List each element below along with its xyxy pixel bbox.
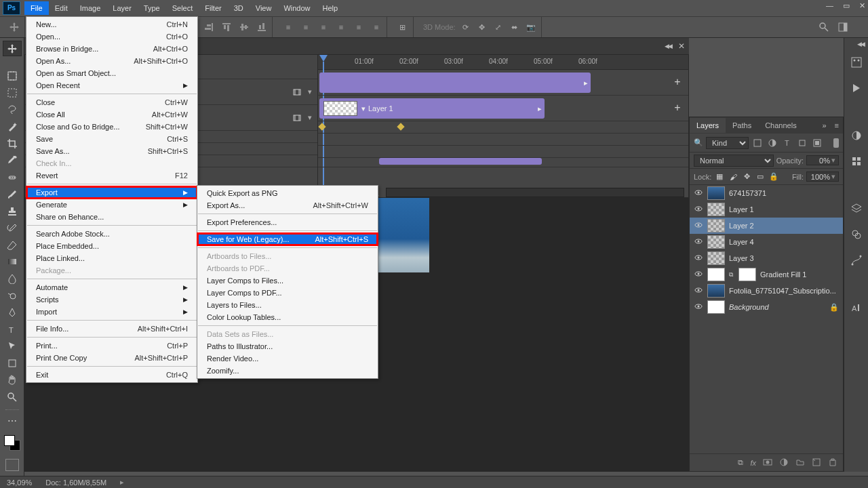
- layer-row[interactable]: Background🔒: [690, 299, 843, 315]
- menu-item[interactable]: Print...Ctrl+P: [26, 340, 197, 352]
- mask-icon[interactable]: [763, 458, 772, 468]
- menu-item[interactable]: Import▶: [26, 306, 197, 318]
- menu-item[interactable]: Share on Behance...: [26, 211, 197, 223]
- menu-item[interactable]: Layers to Files...: [197, 299, 378, 311]
- close-icon[interactable]: ✕: [859, 1, 865, 10]
- paths-panel-icon[interactable]: [848, 252, 865, 268]
- menu-item[interactable]: Export Preferences...: [197, 216, 378, 228]
- menu-item[interactable]: Scripts▶: [26, 293, 197, 306]
- actions-panel-icon[interactable]: [848, 80, 865, 96]
- menu-image[interactable]: Image: [74, 1, 107, 15]
- maximize-icon[interactable]: ▭: [843, 1, 850, 10]
- blend-mode-select[interactable]: Normal: [694, 155, 774, 167]
- edit-toolbar[interactable]: ⋯: [3, 413, 22, 428]
- minimize-icon[interactable]: —: [826, 1, 833, 10]
- collapse-icon[interactable]: ◀◀: [665, 43, 671, 49]
- filter-pixel-icon[interactable]: [751, 137, 764, 149]
- quick-mask-icon[interactable]: [5, 459, 19, 470]
- dist-hcenter-icon[interactable]: ≡: [353, 21, 365, 33]
- dist-right-icon[interactable]: ≡: [370, 21, 382, 33]
- adjustments-panel-icon[interactable]: [848, 127, 865, 144]
- slide-icon[interactable]: ⬌: [509, 21, 521, 33]
- hand-tool[interactable]: [3, 373, 22, 388]
- artboard-tool[interactable]: [3, 68, 22, 84]
- menu-item[interactable]: Close and Go to Bridge...Shift+Ctrl+W: [26, 121, 197, 133]
- menu-item[interactable]: Layer Comps to PDF...: [197, 287, 378, 299]
- lock-pos-icon[interactable]: ✥: [741, 171, 752, 182]
- audio-clip[interactable]: [379, 158, 542, 165]
- lasso-tool[interactable]: [3, 102, 22, 117]
- menu-item[interactable]: SaveCtrl+S: [26, 133, 197, 145]
- panel-menu-icon[interactable]: ≡: [831, 121, 843, 129]
- camera-icon[interactable]: 📷: [525, 21, 537, 33]
- color-swatches[interactable]: [4, 435, 20, 451]
- panel-expand-icon[interactable]: »: [818, 121, 830, 129]
- workspace-icon[interactable]: [837, 21, 849, 33]
- group-icon[interactable]: [795, 458, 805, 468]
- align-bottom-icon[interactable]: [256, 21, 268, 33]
- tab-channels[interactable]: Channels: [758, 118, 803, 133]
- menu-item[interactable]: Open As...Alt+Shift+Ctrl+O: [26, 55, 197, 67]
- menu-item[interactable]: Zoomify...: [197, 365, 378, 377]
- zoom-tool[interactable]: [3, 390, 22, 405]
- eraser-tool[interactable]: [3, 237, 22, 253]
- fx-icon[interactable]: fx: [750, 459, 756, 467]
- menu-item[interactable]: New...Ctrl+N: [26, 18, 197, 30]
- add-media-icon[interactable]: +: [671, 75, 684, 89]
- visibility-icon[interactable]: [694, 221, 703, 230]
- stamp-tool[interactable]: [3, 203, 22, 219]
- visibility-icon[interactable]: [694, 205, 703, 214]
- tab-paths[interactable]: Paths: [726, 118, 758, 133]
- link-layers-icon[interactable]: ⧉: [738, 458, 743, 467]
- fill-input[interactable]: ▾: [806, 171, 839, 182]
- visibility-icon[interactable]: [694, 253, 703, 263]
- lock-image-icon[interactable]: 🖌: [728, 171, 738, 182]
- menu-item[interactable]: Place Embedded...: [26, 240, 197, 252]
- visibility-icon[interactable]: [694, 270, 703, 279]
- layer-row[interactable]: Layer 2: [690, 218, 843, 234]
- dist-vcenter-icon[interactable]: ≡: [300, 21, 312, 33]
- lock-nest-icon[interactable]: ▭: [755, 171, 766, 182]
- menu-item[interactable]: Save for Web (Legacy)...Alt+Shift+Ctrl+S: [197, 233, 378, 245]
- menu-type[interactable]: Type: [138, 1, 166, 15]
- adjustment-icon[interactable]: [779, 458, 789, 468]
- zoom-level[interactable]: 34,09%: [7, 479, 32, 487]
- layer-row[interactable]: Layer 4: [690, 234, 843, 250]
- track-film-icon[interactable]: [290, 111, 304, 125]
- video-clip-layer1[interactable]: ▾Layer 1 ▸: [319, 98, 545, 119]
- menu-item[interactable]: Open...Ctrl+O: [26, 30, 197, 43]
- tab-layers[interactable]: Layers: [690, 118, 726, 133]
- menu-item[interactable]: Print One CopyAlt+Shift+Ctrl+P: [26, 352, 197, 364]
- channels-panel-icon[interactable]: [848, 226, 865, 243]
- menu-help[interactable]: Help: [317, 1, 344, 15]
- lock-trans-icon[interactable]: ▦: [714, 171, 725, 182]
- filter-adjust-icon[interactable]: [766, 137, 778, 149]
- menu-view[interactable]: View: [250, 1, 278, 15]
- menu-item[interactable]: Color Lookup Tables...: [197, 311, 378, 323]
- pan-icon[interactable]: ✥: [476, 21, 488, 33]
- menu-filter[interactable]: Filter: [199, 1, 227, 15]
- menu-item[interactable]: Open as Smart Object...: [26, 67, 197, 79]
- path-select-tool[interactable]: [3, 339, 22, 354]
- dist-top-icon[interactable]: ≡: [282, 21, 294, 33]
- type-tool[interactable]: T: [3, 322, 22, 338]
- layer-row[interactable]: ⧉Gradient Fill 1: [690, 266, 843, 283]
- dodge-tool[interactable]: [3, 288, 22, 304]
- align-vcenter-icon[interactable]: [238, 21, 250, 33]
- heal-tool[interactable]: [3, 169, 22, 185]
- menu-item[interactable]: Save As...Shift+Ctrl+S: [26, 145, 197, 157]
- video-clip[interactable]: ▸: [319, 73, 591, 93]
- menu-select[interactable]: Select: [166, 1, 199, 15]
- menu-item[interactable]: Export▶: [26, 186, 197, 199]
- timeline-ruler[interactable]: 01:00f02:00f03:00f04:00f05:00f06:00f: [318, 55, 688, 70]
- menu-item[interactable]: File Info...Alt+Shift+Ctrl+I: [26, 323, 197, 335]
- marquee-tool[interactable]: [3, 85, 22, 100]
- opacity-input[interactable]: ▾: [806, 155, 839, 165]
- close-panel-icon[interactable]: ✕: [678, 41, 685, 51]
- menu-item[interactable]: Search Adobe Stock...: [26, 228, 197, 240]
- menu-item[interactable]: Layer Comps to Files...: [197, 274, 378, 287]
- menu-item[interactable]: Paths to Illustrator...: [197, 340, 378, 352]
- align-right-icon[interactable]: [203, 21, 215, 33]
- filter-shape-icon[interactable]: [796, 137, 808, 149]
- track-film-icon[interactable]: [290, 85, 304, 99]
